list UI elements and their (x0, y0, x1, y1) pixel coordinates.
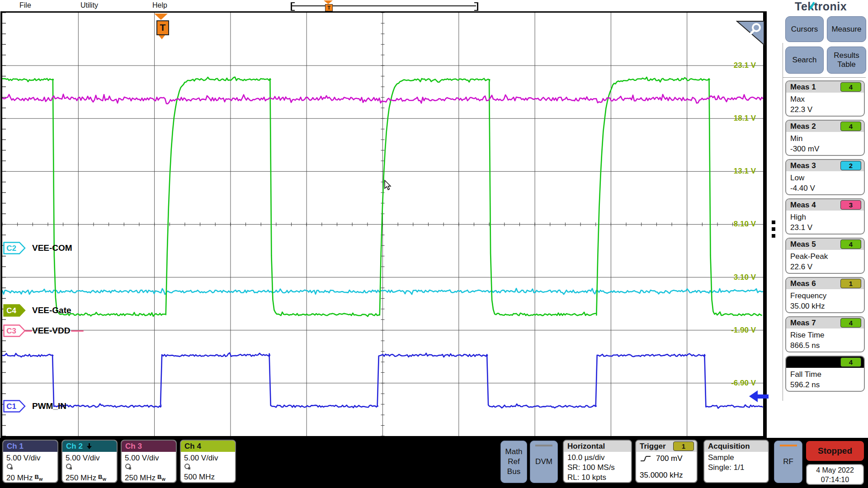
channel-header: Ch 4 (181, 441, 235, 452)
channel-bandwidth: 20 MHz (6, 473, 33, 483)
channel-bandwidth: 250 MHz (66, 473, 96, 483)
search-button[interactable]: Search (785, 47, 824, 74)
menu-utility[interactable]: Utility (80, 1, 98, 9)
axis-label: 13.1 V (697, 166, 756, 176)
dvm-button[interactable]: DVM (530, 441, 558, 483)
svg-text:C1: C1 (6, 402, 16, 411)
menu-bar: File Utility Help T Tektronix (0, 0, 868, 11)
channel-label-c3[interactable]: C3 VEE-VDD (3, 324, 70, 337)
axis-label: -1.90 V (697, 325, 756, 335)
meas-card-header: Meas 3 2 (786, 160, 864, 171)
meas-type: Rise Time (790, 330, 860, 340)
meas-8-card-selected[interactable]: 4 Fall Time 596.2 ns (785, 356, 865, 392)
channel-settings: 5.00 V/div 20 MHz BW (3, 452, 57, 483)
channel-3-badge[interactable]: Ch 3 5.00 V/div 250 MHz BW (121, 440, 177, 483)
meas-type: Peak-Peak (790, 251, 860, 262)
cursors-button[interactable]: Cursors (785, 16, 824, 42)
channel-label-c1[interactable]: C1 PWM_IN (3, 400, 66, 413)
results-table-button[interactable]: Results Table (827, 47, 866, 74)
channel-name-label: VEE-Gate (32, 305, 71, 315)
offset-down-arrow-icon (86, 443, 92, 450)
channel-name: Ch 2 (66, 442, 83, 451)
trigger-title: Trigger (640, 442, 666, 451)
meas-source-badge: 3 (840, 200, 861, 210)
trigger-position-arrow-icon[interactable] (324, 0, 333, 4)
run-stop-status-button[interactable]: Stopped (806, 441, 864, 461)
trigger-position-marker[interactable]: T (325, 4, 333, 11)
trigger-panel[interactable]: Trigger 1 700 mV 35.0000 kHz (635, 440, 698, 483)
channel-bandwidth: 250 MHz (125, 473, 156, 483)
menu-help[interactable]: Help (152, 1, 167, 9)
channel-scale: 5.00 V/div (66, 453, 117, 463)
channel-4-badge[interactable]: Ch 4 5.00 V/div 500 MHz (180, 440, 236, 483)
bottom-settings-bar: Ch 1 5.00 V/div 20 MHz BW Ch 2 (0, 438, 868, 488)
meas-7-card[interactable]: Meas 7 4 Rise Time 866.5 ns (785, 316, 865, 352)
meas-body: Peak-Peak 22.6 V (786, 250, 864, 272)
meas-source-badge: 1 (840, 279, 861, 288)
meas-body: High 23.1 V (786, 211, 864, 233)
horizontal-panel[interactable]: Horizontal 10.0 µs/div SR: 100 MS/s RL: … (563, 440, 632, 483)
horizontal-position-left-bracket (291, 2, 295, 11)
channel-ref-line (71, 330, 84, 332)
axis-label: 18.1 V (697, 113, 756, 123)
meas-value: 596.2 ns (790, 380, 860, 390)
channel-name-label: PWM_IN (32, 401, 66, 411)
results-panel-divider (783, 77, 866, 78)
sample-rate: SR: 100 MS/s (567, 463, 631, 473)
meas-type: Min (790, 133, 860, 144)
meas-5-card[interactable]: Meas 5 4 Peak-Peak 22.6 V (785, 238, 865, 274)
acquisition-single: Single: 1/1 (708, 463, 768, 473)
results-panel-border (783, 43, 783, 401)
waveform-display[interactable]: 23.1 V 18.1 V 13.1 V 8.10 V 3.10 V -1.90… (0, 11, 767, 438)
channel-header: Ch 1 (3, 441, 57, 452)
meas-3-card[interactable]: Meas 3 2 Low -4.40 V (785, 159, 865, 195)
meas-6-card[interactable]: Meas 6 1 Frequency 35.00 kHz (785, 277, 865, 313)
meas-title: Meas 2 (790, 122, 816, 131)
math-ref-bus-button[interactable]: MathRefBus (500, 441, 527, 483)
rf-button[interactable]: RF (774, 441, 802, 483)
meas-1-card[interactable]: Meas 1 4 Max 22.3 V (785, 80, 865, 117)
channel-name-label: VEE-VDD (32, 326, 70, 336)
probe-icon (66, 463, 73, 470)
channel-1-badge[interactable]: Ch 1 5.00 V/div 20 MHz BW (2, 440, 58, 483)
trigger-level-arrow-icon[interactable] (746, 389, 769, 404)
channel-name: Ch 1 (7, 442, 24, 451)
oscilloscope-screen: File Utility Help T Tektronix 23.1 V 18.… (0, 0, 868, 488)
meas-value: 866.5 ns (790, 340, 860, 351)
trigger-arrow-icon (154, 14, 168, 20)
trigger-flag[interactable]: T (156, 20, 169, 35)
meas-type: Max (790, 94, 860, 104)
channel-scale: 5.00 V/div (6, 453, 57, 463)
dvm-label: DVM (535, 457, 552, 467)
channel-settings: 5.00 V/div 250 MHz BW (62, 452, 117, 483)
channel-2-badge[interactable]: Ch 2 5.00 V/div 250 MHz BW (61, 440, 118, 483)
menu-file[interactable]: File (19, 1, 31, 9)
bw-limit-icon: BW (35, 472, 43, 483)
channel-badge-c2: C2 (3, 242, 26, 254)
meas-2-card[interactable]: Meas 2 4 Min -300 mV (785, 120, 865, 156)
channel-label-c4[interactable]: C4 VEE-Gate (3, 304, 71, 317)
measure-button[interactable]: Measure (827, 16, 866, 42)
meas-card-header: 4 (786, 357, 864, 368)
trigger-flag-tail (159, 35, 165, 39)
meas-body: Frequency 35.00 kHz (786, 289, 864, 311)
meas-source-badge: 4 (840, 122, 861, 131)
rising-edge-icon (640, 455, 651, 462)
channel-label-c2[interactable]: C2 VEE-COM (3, 242, 72, 254)
channel-header: Ch 2 (62, 441, 117, 452)
svg-text:C2: C2 (6, 244, 16, 253)
axis-label: 3.10 V (697, 272, 756, 282)
acquisition-panel[interactable]: Acquisition Sample Single: 1/1 (703, 440, 769, 483)
channel-name: Ch 4 (184, 442, 201, 451)
date-label: 4 May 2022 (807, 465, 863, 475)
zoom-corner-widget[interactable] (736, 20, 766, 47)
meas-title: Meas 5 (790, 240, 816, 249)
channel-settings: 5.00 V/div 250 MHz BW (122, 452, 176, 483)
channel-header: Ch 3 (122, 441, 176, 452)
panel-drag-handle[interactable] (771, 221, 776, 239)
meas-4-card[interactable]: Meas 4 3 High 23.1 V (785, 198, 865, 235)
channel-name: Ch 3 (125, 442, 142, 451)
meas-value: 35.00 kHz (790, 301, 860, 311)
horizontal-settings: 10.0 µs/div SR: 100 MS/s RL: 10 kpts (564, 452, 631, 483)
meas-card-header: Meas 1 4 (786, 81, 864, 93)
